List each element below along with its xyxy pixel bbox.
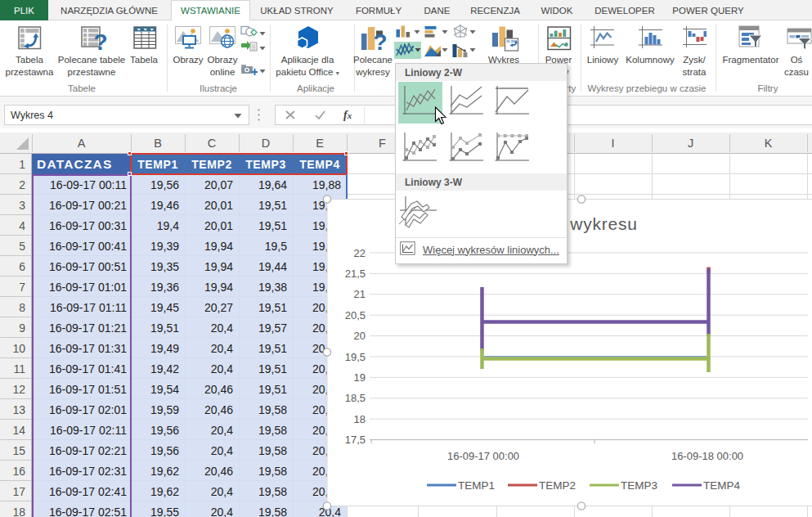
- svg-text:17,5: 17,5: [345, 434, 366, 446]
- svg-text:?: ?: [93, 29, 107, 52]
- svg-text:TEMP1: TEMP1: [458, 479, 495, 492]
- svg-text:20,5: 20,5: [345, 309, 366, 321]
- svg-text:21: 21: [354, 288, 366, 300]
- svg-text:18,5: 18,5: [345, 392, 366, 404]
- svg-text:?: ?: [373, 29, 387, 52]
- svg-text:16-09-17 00:00: 16-09-17 00:00: [447, 450, 519, 462]
- svg-text:19: 19: [354, 371, 366, 384]
- svg-text:21,5: 21,5: [345, 267, 366, 280]
- svg-text:16-09-18 00:00: 16-09-18 00:00: [671, 450, 743, 462]
- svg-text:TEMP4: TEMP4: [703, 479, 741, 492]
- svg-text:TEMP3: TEMP3: [621, 479, 657, 492]
- svg-text:20: 20: [354, 330, 366, 342]
- svg-text:19,5: 19,5: [345, 351, 366, 363]
- svg-text:TEMP2: TEMP2: [539, 479, 576, 492]
- svg-text:18: 18: [354, 413, 366, 425]
- svg-text:22: 22: [354, 247, 366, 259]
